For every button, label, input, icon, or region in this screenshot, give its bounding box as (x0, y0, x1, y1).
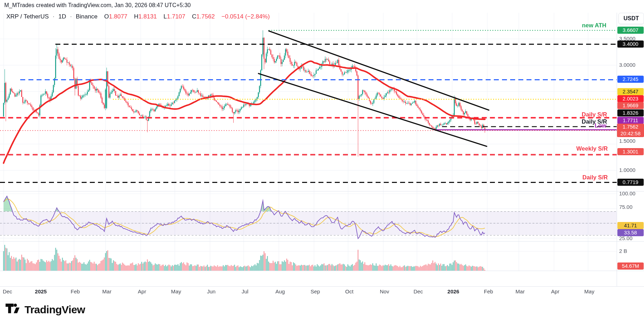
price-axis-label: 54.67M (617, 262, 644, 270)
line-annotation: Low (595, 122, 606, 129)
time-axis-label[interactable]: Nov (380, 288, 389, 294)
low-value: 1.7107 (167, 13, 185, 20)
time-axis-label[interactable]: Apr (551, 288, 559, 294)
line-annotation: Daily S/R (582, 174, 608, 181)
bar-countdown: 20:42:58 (617, 130, 644, 137)
symbol-name[interactable]: XRP / TetherUS (6, 13, 49, 20)
time-axis-label[interactable]: May (584, 288, 594, 294)
credit-line: M_MTrades created with TradingView.com, … (4, 2, 191, 9)
line-annotation: new ATH (582, 22, 606, 29)
price-axis-label: 2.7245 (617, 76, 644, 83)
time-axis-label[interactable]: Dec (3, 288, 12, 294)
time-axis-label[interactable]: Aug (275, 288, 285, 294)
tradingview-logo-icon (5, 303, 21, 317)
time-axis-label[interactable]: Oct (345, 288, 353, 294)
line-annotation: Weekly S/R (576, 145, 608, 152)
time-axis-label[interactable]: Sep (311, 288, 320, 294)
price-axis-label: 2.0023 (617, 95, 644, 102)
time-axis-label[interactable]: Feb (484, 288, 493, 294)
price-axis-tick[interactable]: 1.0000 (619, 167, 635, 173)
open-value: 1.8077 (109, 13, 127, 20)
time-axis-label[interactable]: 2026 (447, 288, 459, 294)
price-axis-label: 1.3001 (617, 148, 644, 155)
price-axis-label: 2.3547 (617, 88, 644, 95)
symbol-row: XRP / TetherUS · 1D · Binance O1.8077 H1… (6, 13, 270, 20)
price-axis-tick[interactable]: 3.0000 (619, 62, 635, 68)
high-value: 1.8131 (138, 13, 157, 20)
change-value: −0.0514 (−2.84%) (222, 13, 270, 20)
low-letter: L (164, 13, 167, 20)
price-axis-tick[interactable]: 1.5000 (619, 138, 635, 144)
price-axis-label: 1.7711 (617, 117, 644, 124)
close-value: 1.7562 (196, 13, 215, 20)
time-axis-label[interactable]: 2025 (35, 288, 47, 294)
price-axis-label: 33.58 (617, 229, 644, 236)
interval-label[interactable]: 1D (59, 13, 66, 20)
price-axis-label: 3.4000 (617, 40, 644, 48)
currency-toggle-button[interactable]: USDT (618, 13, 644, 24)
time-axis-label[interactable]: Mar (515, 288, 525, 294)
open-letter: O (104, 13, 109, 20)
tradingview-logo-text: TradingView (24, 304, 85, 316)
time-axis-label[interactable]: Dec (414, 288, 423, 294)
tradingview-snapshot: M_MTrades created with TradingView.com, … (0, 0, 644, 325)
price-axis-label: 1.9669 (617, 102, 644, 109)
exchange-label: Binance (76, 13, 97, 20)
time-axis-label[interactable]: May (171, 288, 181, 294)
price-axis-label: 41.71 (617, 222, 644, 229)
time-axis-label[interactable]: Jul (241, 288, 248, 294)
time-axis-label[interactable]: Mar (102, 288, 111, 294)
time-axis-label[interactable]: Jun (207, 288, 215, 294)
tradingview-logo[interactable]: TradingView (5, 303, 85, 317)
price-axis-tick[interactable]: 2 B (619, 248, 627, 254)
time-axis-label[interactable]: Apr (138, 288, 146, 294)
price-axis-label: 3.6607 (617, 27, 644, 34)
chart-canvas[interactable] (0, 0, 644, 325)
price-axis-label: 0.7719 (617, 179, 644, 186)
separator-dot: · (68, 13, 74, 20)
price-axis-tick[interactable]: 75.00 (619, 204, 633, 210)
high-letter: H (134, 13, 138, 20)
last-price-value: 1.7562 (617, 124, 644, 130)
time-axis-label[interactable]: Feb (71, 288, 80, 294)
separator-dot: · (50, 13, 57, 20)
line-annotation: Daily S/R (582, 111, 607, 118)
price-axis-label: 1.8326 (617, 109, 644, 117)
close-letter: C (192, 13, 196, 20)
price-axis-tick[interactable]: 100.00 (619, 190, 635, 196)
last-price-label: 1.756220:42:58 (617, 124, 644, 137)
